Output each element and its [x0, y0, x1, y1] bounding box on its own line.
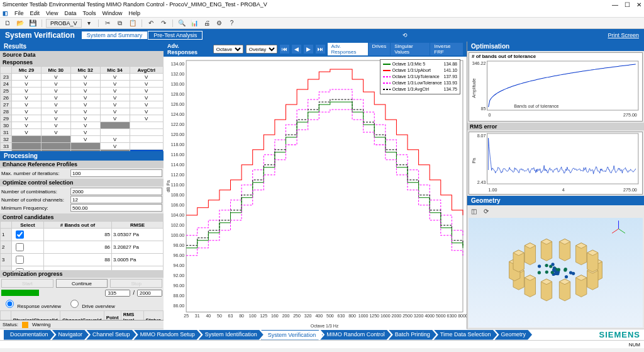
maximize-icon[interactable]: ☐	[625, 1, 630, 8]
project-tag[interactable]: PROBA_V	[46, 19, 82, 28]
rotate-icon[interactable]: ⟳	[481, 207, 491, 215]
menu-tools[interactable]: Tools	[82, 10, 96, 16]
svg-text:4000: 4000	[425, 314, 435, 318]
svg-text:200: 200	[282, 314, 290, 318]
fwd-icon[interactable]: ▶	[304, 45, 313, 54]
print-icon[interactable]: 🖨	[202, 19, 212, 28]
back-icon[interactable]: ◀	[292, 45, 301, 54]
svg-text:800: 800	[348, 314, 356, 318]
workflow-step-9[interactable]: Geometry	[495, 330, 533, 340]
close-icon[interactable]: ✕	[636, 1, 641, 8]
svg-text:4: 4	[562, 188, 565, 192]
nchan-label: Number of control channels:	[1, 197, 70, 203]
workflow-step-1[interactable]: Navigator	[52, 330, 89, 340]
menu-window[interactable]: Window	[102, 10, 122, 16]
menu-help[interactable]: Help	[128, 10, 140, 16]
save-icon[interactable]: 💾	[28, 19, 38, 28]
start-button[interactable]: Start	[1, 279, 53, 288]
overview-table[interactable]: PhysicalChannelIdChannelGroupIdPoint IdR…	[0, 310, 164, 320]
svg-text:122.00: 122.00	[171, 122, 185, 127]
svg-text:110.00: 110.00	[171, 183, 185, 187]
workflow-step-7[interactable]: Batch Printing	[389, 330, 436, 340]
candidates-table[interactable]: Select# Bands out ofRMSE 1853.05307 Pa28…	[0, 221, 164, 270]
octave-select[interactable]: Octave	[213, 45, 243, 54]
geometry-viewport[interactable]	[469, 218, 643, 327]
responses-table[interactable]: Mic 29Mic 30Mic 32Mic 34AvgCtrl 23VVVVV2…	[0, 66, 164, 151]
workflow-step-2[interactable]: Channel Setup	[86, 330, 136, 340]
crumb-pretest[interactable]: Pre-Test Analysis	[148, 31, 203, 40]
overlay-select[interactable]: Overlay	[246, 45, 277, 54]
tab-singular[interactable]: Singular Values	[391, 43, 430, 55]
svg-text:275.00: 275.00	[623, 188, 637, 192]
crumb-system-summary[interactable]: System and Summary	[81, 31, 148, 40]
tab-adv-responses[interactable]: Adv. Responses	[328, 43, 368, 55]
svg-rect-61	[487, 133, 638, 184]
svg-text:1.00: 1.00	[489, 188, 497, 192]
next-icon[interactable]: ⏭	[316, 45, 325, 54]
svg-text:124.00: 124.00	[171, 112, 185, 116]
continue-button[interactable]: Continue	[56, 279, 108, 288]
bands-chart[interactable]: # of bands out of tolerance 346.22850275…	[469, 52, 643, 122]
drive-overview-radio[interactable]: Drive overview	[67, 298, 115, 309]
response-overview-radio[interactable]: Response overview	[3, 298, 61, 309]
tab-drives[interactable]: Drives	[369, 43, 391, 55]
menu-file[interactable]: File	[14, 10, 24, 16]
chart-title: Adv. Responses	[167, 43, 208, 55]
title-bar: Simcenter Testlab Environmental Testing …	[0, 0, 644, 9]
redo-icon[interactable]: ↷	[158, 19, 169, 28]
svg-text:104.00: 104.00	[171, 213, 185, 217]
svg-point-79	[538, 271, 541, 274]
enhance-header: Enhance Reference Profiles	[0, 161, 164, 168]
cut-icon[interactable]: ✂	[103, 19, 113, 28]
zoom-icon[interactable]: 🔍	[177, 19, 187, 28]
progress-total[interactable]	[137, 290, 162, 297]
stop-button[interactable]: Stop	[110, 279, 162, 288]
svg-text:8000: 8000	[458, 314, 467, 318]
results-header: Results	[0, 42, 164, 51]
main-chart[interactable]: 86.0088.0090.0092.0094.0096.0098.00100.0…	[164, 57, 467, 330]
minimize-icon[interactable]: —	[612, 1, 618, 8]
svg-text:2500: 2500	[402, 314, 413, 318]
rms-chart[interactable]: 8.072.431.004275.00Pa	[469, 132, 643, 195]
progress-current[interactable]	[105, 290, 130, 297]
app-indicator: ◧	[3, 10, 8, 16]
page-title: System Verification	[5, 31, 75, 40]
paste-icon[interactable]: 📋	[128, 19, 138, 28]
copy-icon[interactable]: ⧉	[115, 19, 125, 28]
center-panel: Adv. Responses Octave Overlay ⏮ ◀ ▶ ⏭ Ad…	[164, 42, 467, 329]
ncomb-input[interactable]	[70, 188, 162, 195]
maxiter-input[interactable]	[70, 169, 162, 177]
menu-data[interactable]: Data	[64, 10, 76, 16]
minfreq-label: Minimum Frequency:	[1, 205, 70, 211]
svg-text:1250: 1250	[369, 314, 379, 318]
workflow-step-8[interactable]: Time Data Selection	[434, 330, 497, 340]
print-screen-link[interactable]: Print Screen	[608, 32, 639, 38]
undo-icon[interactable]: ↶	[146, 19, 156, 28]
svg-text:40: 40	[206, 314, 211, 318]
minfreq-input[interactable]	[70, 204, 162, 212]
main-toolbar: 🗋 📂 💾 PROBA_V ▾ ✂ ⧉ 📋 ↶ ↷ 🔍 📊 🖨 ⚙ ?	[0, 18, 644, 29]
tab-inverse-frf[interactable]: Inverse FRF	[430, 43, 463, 55]
workflow-step-3[interactable]: MIMO Random Setup	[134, 330, 201, 340]
workflow-step-6[interactable]: MIMO Random Control	[320, 330, 391, 340]
svg-text:63: 63	[228, 314, 233, 318]
nchan-input[interactable]	[70, 196, 162, 203]
workflow-step-4[interactable]: System Identification	[199, 330, 264, 340]
menu-view[interactable]: View	[46, 10, 58, 16]
svg-text:94.00: 94.00	[174, 263, 185, 268]
svg-text:86.00: 86.00	[174, 304, 185, 308]
view-icon[interactable]: ◫	[469, 207, 479, 215]
new-icon[interactable]: 🗋	[3, 19, 13, 28]
workflow-step-0[interactable]: Documentation	[4, 330, 55, 340]
open-icon[interactable]: 📂	[15, 19, 25, 28]
prev-icon[interactable]: ⏮	[280, 45, 289, 54]
svg-text:92.00: 92.00	[174, 273, 185, 278]
workflow-step-5[interactable]: System Verification	[261, 330, 323, 340]
menu-edit[interactable]: Edit	[30, 10, 40, 16]
chevron-down-icon[interactable]: ▾	[84, 19, 94, 28]
chart-icon[interactable]: 📊	[189, 19, 199, 28]
wizard-icon[interactable]: ⚙	[214, 19, 225, 28]
help-icon[interactable]: ?	[227, 19, 237, 28]
menu-bar: ◧ File Edit View Data Tools Window Help	[0, 9, 644, 18]
svg-rect-0	[186, 60, 463, 312]
